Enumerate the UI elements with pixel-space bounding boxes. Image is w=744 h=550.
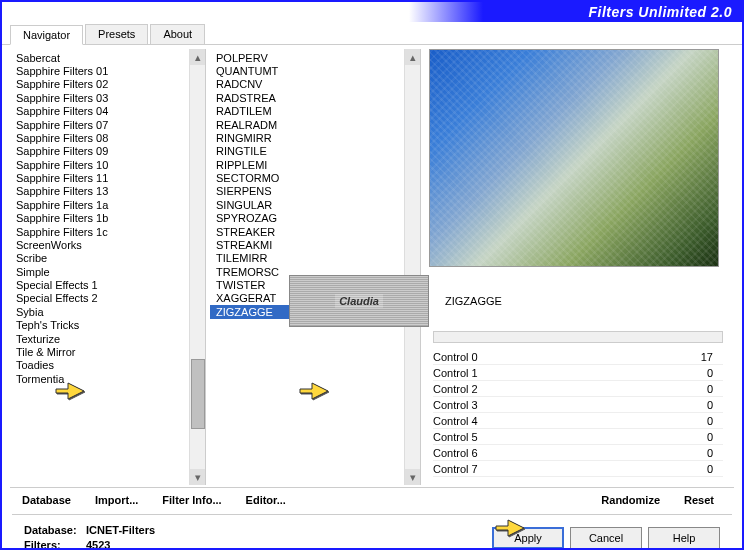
scroll-thumb[interactable]	[191, 359, 205, 429]
filter-name-row: Claudia ZIGZAGGE	[429, 275, 734, 327]
db-value: ICNET-Filters	[86, 523, 155, 538]
cancel-button[interactable]: Cancel	[570, 527, 642, 549]
control-value: 0	[707, 415, 713, 427]
filter-list[interactable]: POLPERVQUANTUMTRADCNVRADSTREARADTILEMREA…	[210, 49, 404, 485]
randomize-link[interactable]: Randomize	[601, 494, 660, 506]
control-row[interactable]: Control 60	[433, 445, 723, 461]
category-item[interactable]: Sapphire Filters 01	[10, 64, 189, 77]
control-name: Control 6	[433, 447, 478, 459]
filter-item[interactable]: SECTORMO	[210, 171, 404, 184]
control-row[interactable]: Control 017	[433, 349, 723, 365]
filter-item[interactable]: TILEMIRR	[210, 252, 404, 265]
link-bar: Database Import... Filter Info... Editor…	[10, 487, 734, 512]
control-row[interactable]: Control 10	[433, 365, 723, 381]
scroll-down-icon[interactable]: ▾	[190, 469, 205, 485]
filter-item[interactable]: STREAKER	[210, 225, 404, 238]
category-item[interactable]: ScreenWorks	[10, 238, 189, 251]
filter-item[interactable]: RINGMIRR	[210, 131, 404, 144]
db-info: Database:ICNET-Filters Filters:4523	[24, 523, 486, 550]
category-item[interactable]: Teph's Tricks	[10, 319, 189, 332]
control-row[interactable]: Control 20	[433, 381, 723, 397]
filter-item[interactable]: QUANTUMT	[210, 64, 404, 77]
bottom-bar: Database:ICNET-Filters Filters:4523 Appl…	[12, 514, 732, 550]
category-item[interactable]: Special Effects 2	[10, 292, 189, 305]
filter-preview	[429, 49, 719, 267]
db-label: Database:	[24, 523, 80, 538]
category-item[interactable]: Texturize	[10, 332, 189, 345]
control-value: 0	[707, 367, 713, 379]
scroll-up-icon[interactable]: ▴	[405, 49, 420, 65]
control-row[interactable]: Control 50	[433, 429, 723, 445]
filter-list-pane: POLPERVQUANTUMTRADCNVRADSTREARADTILEMREA…	[206, 49, 421, 485]
category-item[interactable]: Sapphire Filters 11	[10, 171, 189, 184]
control-value: 17	[701, 351, 713, 363]
filter-item[interactable]: RADCNV	[210, 78, 404, 91]
control-value: 0	[707, 463, 713, 475]
filter-item[interactable]: RADTILEM	[210, 105, 404, 118]
control-row[interactable]: Control 30	[433, 397, 723, 413]
category-item[interactable]: Sapphire Filters 08	[10, 131, 189, 144]
filter-item[interactable]: SINGULAR	[210, 198, 404, 211]
control-value: 0	[707, 431, 713, 443]
category-item[interactable]: Sabercat	[10, 51, 189, 64]
current-filter-name: ZIGZAGGE	[441, 291, 734, 311]
control-row[interactable]: Control 70	[433, 461, 723, 477]
category-item[interactable]: Tormentia	[10, 372, 189, 385]
database-link[interactable]: Database	[22, 494, 71, 506]
control-name: Control 7	[433, 463, 478, 475]
control-name: Control 2	[433, 383, 478, 395]
tab-about[interactable]: About	[150, 24, 205, 44]
category-item[interactable]: Sapphire Filters 02	[10, 78, 189, 91]
category-item[interactable]: Sapphire Filters 1b	[10, 212, 189, 225]
tabs-row: Navigator Presets About	[2, 24, 742, 45]
category-item[interactable]: Sapphire Filters 07	[10, 118, 189, 131]
import-link[interactable]: Import...	[95, 494, 138, 506]
category-item[interactable]: Sapphire Filters 1c	[10, 225, 189, 238]
filter-item[interactable]: SIERPENS	[210, 185, 404, 198]
filters-count: 4523	[86, 538, 110, 550]
app-title: Filters Unlimited 2.0	[588, 4, 732, 20]
control-value: 0	[707, 447, 713, 459]
control-name: Control 5	[433, 431, 478, 443]
category-item[interactable]: Toadies	[10, 359, 189, 372]
category-item[interactable]: Sapphire Filters 1a	[10, 198, 189, 211]
category-item[interactable]: Sapphire Filters 09	[10, 145, 189, 158]
category-item[interactable]: Sapphire Filters 13	[10, 185, 189, 198]
filter-item[interactable]: REALRADM	[210, 118, 404, 131]
filter-item[interactable]: SPYROZAG	[210, 212, 404, 225]
editor-link[interactable]: Editor...	[246, 494, 286, 506]
filter-item[interactable]: RADSTREA	[210, 91, 404, 104]
control-value: 0	[707, 399, 713, 411]
scroll-down-icon[interactable]: ▾	[405, 469, 420, 485]
filters-label: Filters:	[24, 538, 80, 550]
tab-navigator[interactable]: Navigator	[10, 25, 83, 45]
controls-table: Control 017Control 10Control 20Control 3…	[433, 349, 723, 477]
filter-item[interactable]: STREAKMI	[210, 238, 404, 251]
filter-item[interactable]: RINGTILE	[210, 145, 404, 158]
help-button[interactable]: Help	[648, 527, 720, 549]
left-scrollbar[interactable]: ▴ ▾	[189, 49, 205, 485]
category-item[interactable]: Simple	[10, 265, 189, 278]
mid-scrollbar[interactable]: ▴ ▾	[404, 49, 420, 485]
tab-presets[interactable]: Presets	[85, 24, 148, 44]
control-name: Control 4	[433, 415, 478, 427]
filter-item[interactable]: RIPPLEMI	[210, 158, 404, 171]
category-list[interactable]: SabercatSapphire Filters 01Sapphire Filt…	[10, 49, 189, 485]
category-item[interactable]: Sybia	[10, 305, 189, 318]
category-item[interactable]: Scribe	[10, 252, 189, 265]
author-thumb: Claudia	[289, 275, 429, 327]
category-item[interactable]: Tile & Mirror	[10, 345, 189, 358]
filter-info-link[interactable]: Filter Info...	[162, 494, 221, 506]
category-item[interactable]: Special Effects 1	[10, 278, 189, 291]
category-list-pane: SabercatSapphire Filters 01Sapphire Filt…	[10, 49, 206, 485]
scroll-up-icon[interactable]: ▴	[190, 49, 205, 65]
control-row[interactable]: Control 40	[433, 413, 723, 429]
control-name: Control 0	[433, 351, 478, 363]
main-area: SabercatSapphire Filters 01Sapphire Filt…	[2, 45, 742, 485]
filter-item[interactable]: POLPERV	[210, 51, 404, 64]
category-item[interactable]: Sapphire Filters 04	[10, 105, 189, 118]
reset-link[interactable]: Reset	[684, 494, 714, 506]
category-item[interactable]: Sapphire Filters 03	[10, 91, 189, 104]
apply-button[interactable]: Apply	[492, 527, 564, 549]
category-item[interactable]: Sapphire Filters 10	[10, 158, 189, 171]
